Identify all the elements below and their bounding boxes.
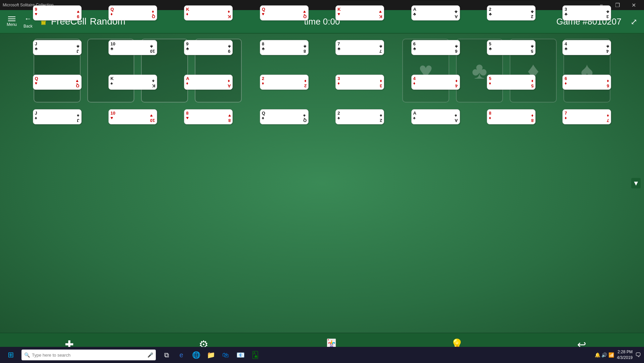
title-bar: Microsoft Solitaire Collection − ❐ ✕	[0, 0, 644, 10]
time-display: time 0:00	[217, 16, 427, 27]
taskbar-right: 🔔 🔊 📶 2:28 PM 4/3/2019 🗨	[595, 349, 642, 361]
card-3-clubs[interactable]: 3♣ 3♣	[562, 5, 611, 21]
clock: 2:28 PM 4/3/2019	[617, 349, 633, 361]
card-q-hearts[interactable]: Q♥ Q♥	[33, 75, 82, 90]
card-5-diamonds[interactable]: 5♦ 5♦	[487, 75, 536, 90]
menu-label: Menu	[7, 22, 17, 27]
search-input[interactable]	[32, 353, 145, 358]
explorer-icon[interactable]: 📁	[204, 348, 218, 362]
restore-button[interactable]: ❐	[610, 0, 625, 10]
mic-icon: 🎤	[147, 352, 153, 358]
solitaire-icon[interactable]: 🂡	[248, 348, 262, 362]
search-icon: 🔍	[24, 352, 30, 358]
card-8-clubs[interactable]: 8♣ 8♣	[260, 40, 309, 55]
notification-icon[interactable]: 🗨	[635, 352, 641, 359]
system-tray: 🔔 🔊 📶	[595, 352, 614, 358]
card-k-hearts[interactable]: K♥ K♥	[335, 5, 384, 21]
windows-logo-icon: ⊞	[8, 351, 14, 359]
card-5-clubs[interactable]: 5♣ 5♣	[487, 40, 536, 55]
card-9-hearts[interactable]: 9♥ 9♥	[33, 5, 82, 21]
card-10-clubs[interactable]: 10♣ 10♣	[108, 40, 157, 55]
store-icon[interactable]: 🛍	[219, 348, 232, 362]
card-8-hearts[interactable]: 8♥ 8♥	[184, 109, 233, 124]
card-j-clubs[interactable]: J♣ J♣	[33, 40, 82, 55]
card-7-clubs[interactable]: 7♣ 7♣	[335, 40, 384, 55]
expand-button[interactable]: ⤢	[631, 17, 637, 27]
card-2-spades[interactable]: 2♠ 2♠	[335, 109, 384, 124]
back-arrow-icon: ←	[24, 14, 32, 23]
scroll-down-icon[interactable]: ▼	[633, 179, 639, 187]
date: 4/3/2019	[617, 355, 633, 361]
card-4-diamonds[interactable]: 4♦ 4♦	[411, 75, 460, 90]
taskbar-search-box[interactable]: 🔍 🎤	[21, 350, 156, 360]
card-a-spades[interactable]: A♠ A♠	[411, 109, 460, 124]
menu-icon	[8, 16, 15, 21]
card-6-diamonds-2[interactable]: 6♦ 6♦	[562, 75, 611, 90]
card-a-clubs[interactable]: A♣ A♣	[411, 5, 460, 21]
task-view-button[interactable]: ⧉	[160, 348, 173, 362]
start-button[interactable]: ⊞	[3, 347, 19, 363]
card-3-diamonds[interactable]: 3♦ 3♦	[335, 75, 384, 90]
card-4-clubs[interactable]: 4♣ 4♣	[562, 40, 611, 55]
game-area: ♥ ♣ ♦ ♠ J♠ J♠ Q♥ Q♥ J♣ J♣	[0, 34, 644, 333]
close-button[interactable]: ✕	[626, 0, 641, 10]
card-q-hearts-2[interactable]: Q♥ Q♥	[260, 5, 309, 21]
taskbar: ⊞ 🔍 🎤 ⧉ e 🌐 📁 🛍 📧 🂡 🔔 🔊 📶 2:28 PM 4/3/20…	[0, 347, 644, 363]
time-label: time 0:00	[304, 16, 340, 27]
card-q-spades[interactable]: Q♠ Q♠	[260, 109, 309, 124]
menu-button[interactable]: Menu	[7, 16, 17, 27]
card-k-diamonds[interactable]: K♦ K♦	[184, 5, 233, 21]
back-label: Back	[24, 24, 33, 29]
ie-icon[interactable]: 🌐	[189, 348, 203, 362]
card-8-diamonds[interactable]: 8♦ 8♦	[487, 109, 536, 124]
time: 2:28 PM	[617, 349, 633, 355]
card-6-clubs[interactable]: 6♣ 6♣	[411, 40, 460, 55]
card-a-diamonds[interactable]: A♦ A♦	[184, 75, 233, 90]
back-button[interactable]: ← Back	[24, 14, 33, 29]
card-7-diamonds[interactable]: 7♦ 7♦	[562, 109, 611, 124]
card-q-diamonds[interactable]: Q♦ Q♦	[108, 5, 157, 21]
game-header: Menu ← Back ♛ FreeCell Random time 0:00 …	[0, 10, 644, 34]
taskbar-app-icons: ⧉ e 🌐 📁 🛍 📧 🂡	[160, 348, 262, 362]
card-2-clubs[interactable]: 2♣ 2♣	[487, 5, 536, 21]
card-10-hearts[interactable]: 10♥ 10♥	[108, 109, 157, 124]
card-j-spades[interactable]: J♠ J♠	[33, 109, 82, 124]
card-rank-suit: J♠	[33, 110, 39, 122]
card-k-spades[interactable]: K♠ K♠	[108, 75, 157, 90]
card-2-diamonds[interactable]: 2♦ 2♦	[260, 75, 309, 90]
edge-icon[interactable]: e	[175, 348, 188, 362]
outlook-icon[interactable]: 📧	[234, 348, 247, 362]
card-9-clubs[interactable]: 9♣ 9♣	[184, 40, 233, 55]
